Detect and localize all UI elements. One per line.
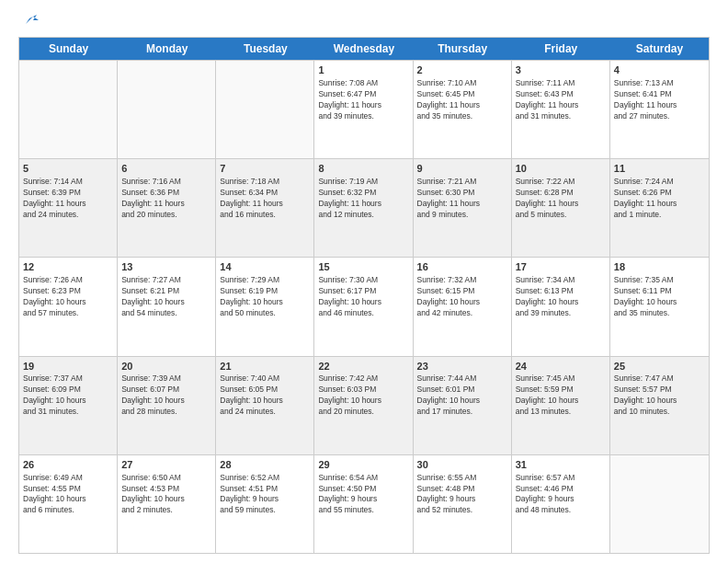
table-row: 11Sunrise: 7:24 AM Sunset: 6:26 PM Dayli… <box>610 159 709 257</box>
day-detail: Sunrise: 7:21 AM Sunset: 6:30 PM Dayligh… <box>417 177 507 221</box>
day-number: 14 <box>220 260 310 274</box>
table-row: 17Sunrise: 7:34 AM Sunset: 6:13 PM Dayli… <box>512 258 610 355</box>
day-number: 12 <box>23 260 113 274</box>
day-detail: Sunrise: 7:11 AM Sunset: 6:43 PM Dayligh… <box>516 78 606 122</box>
table-row: 10Sunrise: 7:22 AM Sunset: 6:28 PM Dayli… <box>512 159 610 257</box>
svg-marker-0 <box>26 15 39 24</box>
day-number: 16 <box>417 260 507 274</box>
day-number: 7 <box>220 162 310 176</box>
calendar-body: 1Sunrise: 7:08 AM Sunset: 6:47 PM Daylig… <box>19 60 709 553</box>
calendar-week-2: 5Sunrise: 7:14 AM Sunset: 6:39 PM Daylig… <box>19 158 709 257</box>
day-number: 22 <box>318 360 408 373</box>
day-number: 30 <box>417 458 507 472</box>
day-number: 15 <box>318 260 408 274</box>
day-detail: Sunrise: 6:52 AM Sunset: 4:51 PM Dayligh… <box>220 473 310 517</box>
table-row: 6Sunrise: 7:16 AM Sunset: 6:36 PM Daylig… <box>118 159 216 257</box>
day-number: 31 <box>516 458 606 472</box>
calendar-header: SundayMondayTuesdayWednesdayThursdayFrid… <box>19 38 709 60</box>
day-number: 21 <box>220 360 310 373</box>
table-row: 1Sunrise: 7:08 AM Sunset: 6:47 PM Daylig… <box>314 61 413 158</box>
table-row: 20Sunrise: 7:39 AM Sunset: 6:07 PM Dayli… <box>118 357 216 454</box>
calendar-week-1: 1Sunrise: 7:08 AM Sunset: 6:47 PM Daylig… <box>19 60 709 158</box>
day-detail: Sunrise: 7:34 AM Sunset: 6:13 PM Dayligh… <box>516 275 606 319</box>
day-number: 29 <box>318 458 408 472</box>
calendar: SundayMondayTuesdayWednesdayThursdayFrid… <box>18 37 710 554</box>
day-detail: Sunrise: 7:39 AM Sunset: 6:07 PM Dayligh… <box>121 373 211 418</box>
day-number: 20 <box>121 360 211 373</box>
day-detail: Sunrise: 7:44 AM Sunset: 6:01 PM Dayligh… <box>417 373 507 418</box>
table-row <box>610 455 709 553</box>
day-detail: Sunrise: 7:16 AM Sunset: 6:36 PM Dayligh… <box>121 177 211 221</box>
day-detail: Sunrise: 7:30 AM Sunset: 6:17 PM Dayligh… <box>318 275 408 319</box>
weekday-header-monday: Monday <box>118 38 216 60</box>
day-number: 2 <box>417 63 507 77</box>
day-number: 24 <box>516 360 606 373</box>
table-row <box>118 61 216 158</box>
table-row: 4Sunrise: 7:13 AM Sunset: 6:41 PM Daylig… <box>610 61 709 158</box>
day-number: 8 <box>318 162 408 176</box>
page-header <box>18 15 710 28</box>
table-row: 30Sunrise: 6:55 AM Sunset: 4:48 PM Dayli… <box>414 455 512 553</box>
calendar-week-3: 12Sunrise: 7:26 AM Sunset: 6:23 PM Dayli… <box>19 257 709 355</box>
table-row: 13Sunrise: 7:27 AM Sunset: 6:21 PM Dayli… <box>118 258 216 355</box>
day-detail: Sunrise: 6:55 AM Sunset: 4:48 PM Dayligh… <box>417 473 507 517</box>
table-row: 12Sunrise: 7:26 AM Sunset: 6:23 PM Dayli… <box>19 258 118 355</box>
day-number: 23 <box>417 360 507 373</box>
table-row: 31Sunrise: 6:57 AM Sunset: 4:46 PM Dayli… <box>512 455 610 553</box>
weekday-header-wednesday: Wednesday <box>314 38 413 60</box>
day-detail: Sunrise: 7:19 AM Sunset: 6:32 PM Dayligh… <box>318 177 408 221</box>
day-detail: Sunrise: 7:08 AM Sunset: 6:47 PM Dayligh… <box>318 78 408 122</box>
calendar-week-5: 26Sunrise: 6:49 AM Sunset: 4:55 PM Dayli… <box>19 454 709 553</box>
table-row: 24Sunrise: 7:45 AM Sunset: 5:59 PM Dayli… <box>512 357 610 454</box>
table-row: 18Sunrise: 7:35 AM Sunset: 6:11 PM Dayli… <box>610 258 709 355</box>
day-detail: Sunrise: 7:29 AM Sunset: 6:19 PM Dayligh… <box>220 275 310 319</box>
table-row <box>19 61 118 158</box>
table-row: 26Sunrise: 6:49 AM Sunset: 4:55 PM Dayli… <box>19 455 118 553</box>
day-detail: Sunrise: 7:22 AM Sunset: 6:28 PM Dayligh… <box>516 177 606 221</box>
weekday-header-friday: Friday <box>512 38 610 60</box>
table-row: 23Sunrise: 7:44 AM Sunset: 6:01 PM Dayli… <box>414 357 512 454</box>
day-detail: Sunrise: 7:47 AM Sunset: 5:57 PM Dayligh… <box>614 373 705 418</box>
table-row: 29Sunrise: 6:54 AM Sunset: 4:50 PM Dayli… <box>314 455 413 553</box>
table-row: 5Sunrise: 7:14 AM Sunset: 6:39 PM Daylig… <box>19 159 118 257</box>
table-row: 27Sunrise: 6:50 AM Sunset: 4:53 PM Dayli… <box>118 455 216 553</box>
day-number: 4 <box>614 63 705 77</box>
day-detail: Sunrise: 7:37 AM Sunset: 6:09 PM Dayligh… <box>23 373 113 418</box>
table-row <box>216 61 314 158</box>
day-detail: Sunrise: 6:54 AM Sunset: 4:50 PM Dayligh… <box>318 473 408 517</box>
day-number: 27 <box>121 458 211 472</box>
day-detail: Sunrise: 7:14 AM Sunset: 6:39 PM Dayligh… <box>23 177 113 221</box>
day-number: 9 <box>417 162 507 176</box>
day-number: 11 <box>614 162 705 176</box>
weekday-header-sunday: Sunday <box>19 38 118 60</box>
table-row: 16Sunrise: 7:32 AM Sunset: 6:15 PM Dayli… <box>414 258 512 355</box>
table-row: 8Sunrise: 7:19 AM Sunset: 6:32 PM Daylig… <box>314 159 413 257</box>
day-number: 6 <box>121 162 211 176</box>
day-detail: Sunrise: 7:42 AM Sunset: 6:03 PM Dayligh… <box>318 373 408 418</box>
weekday-header-tuesday: Tuesday <box>216 38 314 60</box>
table-row: 14Sunrise: 7:29 AM Sunset: 6:19 PM Dayli… <box>216 258 314 355</box>
table-row: 28Sunrise: 6:52 AM Sunset: 4:51 PM Dayli… <box>216 455 314 553</box>
day-detail: Sunrise: 7:27 AM Sunset: 6:21 PM Dayligh… <box>121 275 211 319</box>
day-detail: Sunrise: 7:35 AM Sunset: 6:11 PM Dayligh… <box>614 275 705 319</box>
table-row: 25Sunrise: 7:47 AM Sunset: 5:57 PM Dayli… <box>610 357 709 454</box>
table-row: 19Sunrise: 7:37 AM Sunset: 6:09 PM Dayli… <box>19 357 118 454</box>
day-number: 19 <box>23 360 113 373</box>
day-detail: Sunrise: 7:26 AM Sunset: 6:23 PM Dayligh… <box>23 275 113 319</box>
table-row: 15Sunrise: 7:30 AM Sunset: 6:17 PM Dayli… <box>314 258 413 355</box>
day-number: 25 <box>614 360 705 373</box>
day-detail: Sunrise: 6:57 AM Sunset: 4:46 PM Dayligh… <box>516 473 606 517</box>
table-row: 7Sunrise: 7:18 AM Sunset: 6:34 PM Daylig… <box>216 159 314 257</box>
day-number: 13 <box>121 260 211 274</box>
day-detail: Sunrise: 6:49 AM Sunset: 4:55 PM Dayligh… <box>23 473 113 517</box>
day-number: 28 <box>220 458 310 472</box>
day-number: 5 <box>23 162 113 176</box>
table-row: 9Sunrise: 7:21 AM Sunset: 6:30 PM Daylig… <box>414 159 512 257</box>
day-detail: Sunrise: 7:32 AM Sunset: 6:15 PM Dayligh… <box>417 275 507 319</box>
day-detail: Sunrise: 7:24 AM Sunset: 6:26 PM Dayligh… <box>614 177 705 221</box>
day-detail: Sunrise: 6:50 AM Sunset: 4:53 PM Dayligh… <box>121 473 211 517</box>
day-number: 26 <box>23 458 113 472</box>
day-detail: Sunrise: 7:40 AM Sunset: 6:05 PM Dayligh… <box>220 373 310 418</box>
table-row: 22Sunrise: 7:42 AM Sunset: 6:03 PM Dayli… <box>314 357 413 454</box>
day-number: 3 <box>516 63 606 77</box>
